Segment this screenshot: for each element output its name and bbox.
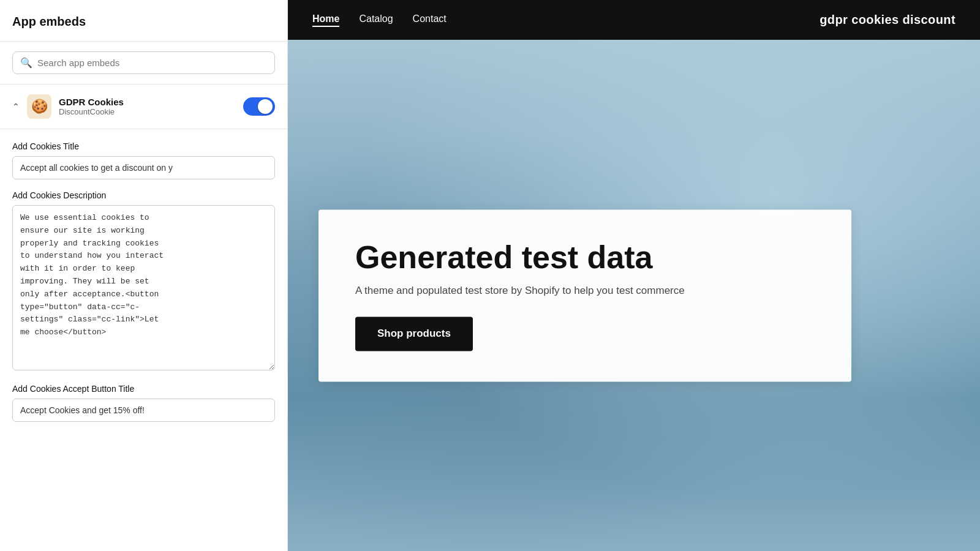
panel-title: App embeds — [0, 0, 287, 42]
cookies-accept-input[interactable] — [12, 399, 275, 422]
hero-card: Generated test data A theme and populate… — [318, 209, 851, 381]
cookies-description-textarea[interactable]: We use essential cookies to ensure our s… — [12, 205, 275, 370]
search-input[interactable] — [37, 58, 267, 68]
search-icon: 🔍 — [20, 57, 32, 69]
cookies-title-label: Add Cookies Title — [12, 141, 275, 151]
right-panel: Home Catalog Contact gdpr cookies discou… — [288, 0, 980, 551]
hero-title: Generated test data — [355, 240, 815, 275]
left-panel: App embeds 🔍 ⌃ 🍪 GDPR Cookies DiscountCo… — [0, 0, 288, 551]
cookies-accept-group: Add Cookies Accept Button Title — [12, 384, 275, 422]
store-nav: Home Catalog Contact gdpr cookies discou… — [288, 0, 980, 40]
nav-link-home[interactable]: Home — [312, 13, 339, 27]
cookies-description-group: Add Cookies Description We use essential… — [12, 190, 275, 373]
gdpr-cookies-toggle[interactable] — [243, 97, 275, 116]
shop-products-button[interactable]: Shop products — [355, 317, 473, 351]
nav-link-contact[interactable]: Contact — [413, 13, 447, 27]
nav-brand: gdpr cookies discount — [820, 13, 956, 27]
cookies-title-group: Add Cookies Title — [12, 141, 275, 179]
embed-info: GDPR Cookies DiscountCookie — [59, 97, 236, 116]
cookies-title-input[interactable] — [12, 156, 275, 179]
chevron-up-icon[interactable]: ⌃ — [12, 102, 20, 111]
search-box: 🔍 — [12, 51, 275, 74]
nav-link-catalog[interactable]: Catalog — [359, 13, 393, 27]
nav-links: Home Catalog Contact — [312, 13, 800, 27]
embed-section: ⌃ 🍪 GDPR Cookies DiscountCookie — [0, 84, 287, 129]
search-container: 🔍 — [0, 42, 287, 84]
cookies-description-label: Add Cookies Description — [12, 190, 275, 200]
embed-subtitle: DiscountCookie — [59, 107, 236, 116]
embed-name: GDPR Cookies — [59, 97, 236, 107]
cookies-accept-label: Add Cookies Accept Button Title — [12, 384, 275, 394]
hero-subtitle: A theme and populated test store by Shop… — [355, 285, 815, 297]
store-hero: Generated test data A theme and populate… — [288, 40, 980, 551]
form-section: Add Cookies Title Add Cookies Descriptio… — [0, 129, 287, 433]
embed-item: ⌃ 🍪 GDPR Cookies DiscountCookie — [12, 94, 275, 119]
embed-logo: 🍪 — [27, 94, 51, 119]
